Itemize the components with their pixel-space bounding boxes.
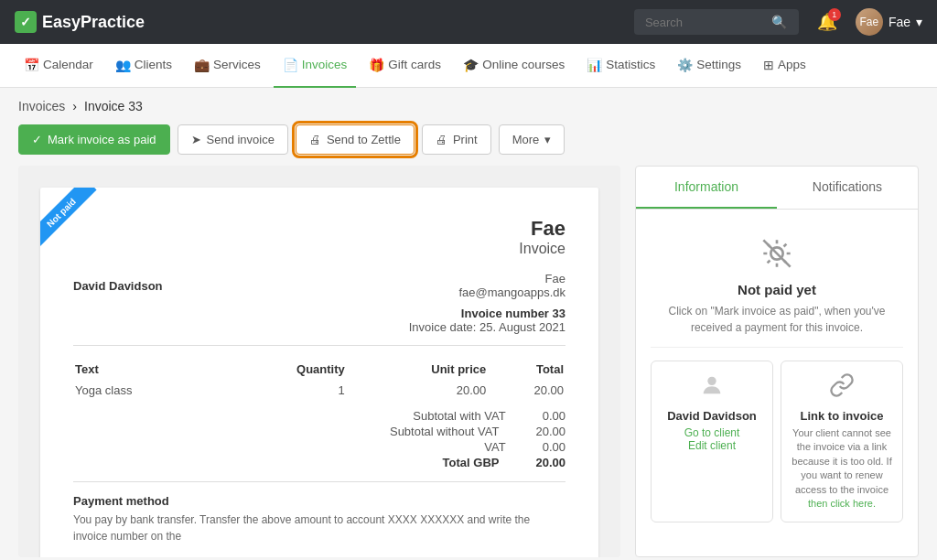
invoice-date-label: Invoice date: 25. August 2021 [409, 320, 565, 334]
col-unit-price: Unit price [347, 359, 486, 380]
calendar-icon: 📅 [24, 58, 39, 72]
invoice-header: Fae Invoice [73, 217, 565, 257]
tab-information[interactable]: Information [636, 167, 777, 209]
clients-icon: 👥 [115, 58, 131, 72]
action-bar: ✓ Mark invoice as paid ➤ Send invoice 🖨 … [0, 124, 937, 166]
invoices-icon: 📄 [283, 58, 298, 72]
nav-calendar-label: Calendar [43, 58, 93, 71]
link-card-icon [791, 372, 893, 404]
more-button[interactable]: More ▾ [499, 124, 565, 155]
logo-check-icon: ✓ [15, 11, 37, 33]
subtotal-vat-value: 0.00 [543, 409, 565, 423]
breadcrumb-parent[interactable]: Invoices [18, 99, 65, 113]
nav-onlinecourses-label: Online courses [482, 58, 565, 71]
sidebar-item-settings[interactable]: ⚙️ Settings [668, 44, 750, 88]
not-paid-section: Not paid yet Click on "Mark invoice as p… [651, 228, 903, 348]
sidebar-item-services[interactable]: 💼 Services [185, 44, 270, 88]
user-menu-button[interactable]: Fae Fae ▾ [856, 8, 922, 36]
invoice-right: Fae Invoice [519, 217, 565, 257]
subtotal-no-vat-value: 20.00 [535, 425, 565, 438]
sidebar-item-giftcards[interactable]: 🎁 Gift cards [360, 44, 450, 88]
onlinecourses-icon: 🎓 [463, 58, 479, 72]
client-card-icon [661, 372, 763, 404]
mark-paid-label: Mark invoice as paid [48, 133, 156, 146]
sidebar-item-onlinecourses[interactable]: 🎓 Online courses [454, 44, 574, 88]
app-logo[interactable]: ✓ EasyPractice [15, 11, 145, 33]
invoice-paper: Not paid Fae Invoice David Davidson Fae [40, 188, 598, 557]
statistics-icon: 📊 [587, 58, 602, 72]
nav-services-label: Services [213, 58, 261, 71]
link-card-desc: Your client cannot see the invoice via a… [791, 426, 893, 511]
invoice-divider-top [73, 345, 565, 346]
tab-notifications[interactable]: Notifications [777, 167, 918, 209]
line-item-quantity: 1 [222, 382, 345, 399]
user-name: Fae [889, 15, 910, 29]
print-label: Print [453, 133, 478, 146]
invoice-meta-company: Fae [409, 272, 565, 285]
total-row: Total GBP 20.00 [73, 455, 565, 470]
sidebar-item-calendar[interactable]: 📅 Calendar [15, 44, 102, 88]
invoice-divider-bottom [73, 481, 565, 482]
giftcards-icon: 🎁 [369, 58, 384, 72]
invoice-title: Invoice [519, 241, 565, 257]
send-icon: ➤ [191, 133, 201, 146]
svg-point-2 [707, 377, 716, 385]
invoice-payment: Payment method You pay by bank transfer.… [73, 493, 565, 544]
send-zettle-label: Send to Zettle [327, 133, 401, 146]
total-label: Total GBP [443, 456, 500, 469]
search-input[interactable] [645, 16, 764, 29]
nav-giftcards-label: Gift cards [388, 58, 441, 71]
nav-settings-label: Settings [696, 58, 741, 71]
subtotal-no-vat-label: Subtotal without VAT [390, 425, 499, 438]
services-icon: 💼 [194, 58, 210, 72]
col-total: Total [488, 359, 564, 380]
client-card: David Davidson Go to client Edit client [651, 361, 773, 522]
secondary-navigation: 📅 Calendar 👥 Clients 💼 Services 📄 Invoic… [0, 44, 937, 88]
breadcrumb: Invoices › Invoice 33 [0, 88, 937, 124]
mark-invoice-paid-button[interactable]: ✓ Mark invoice as paid [18, 124, 170, 155]
checkmark-icon: ✓ [32, 133, 42, 146]
sidebar-item-clients[interactable]: 👥 Clients [106, 44, 181, 88]
breadcrumb-current: Invoice 33 [84, 99, 143, 113]
table-row: Yoga class 1 20.00 20.00 [75, 382, 564, 399]
sidebar-item-apps[interactable]: ⊞ Apps [754, 44, 815, 88]
invoice-table: Text Quantity Unit price Total Yoga clas… [73, 357, 565, 401]
sidebar-item-statistics[interactable]: 📊 Statistics [577, 44, 664, 88]
line-item-unit-price: 20.00 [347, 382, 486, 399]
send-to-zettle-button[interactable]: 🖨 Send to Zettle [296, 124, 415, 155]
link-card-desc-text: Your client cannot see the invoice via a… [792, 427, 891, 495]
more-chevron-icon: ▾ [544, 133, 551, 146]
print-button[interactable]: 🖨 Print [422, 124, 491, 155]
sidebar-item-invoices[interactable]: 📄 Invoices [274, 44, 357, 88]
not-paid-desc: Click on "Mark invoice as paid", when yo… [658, 303, 896, 336]
invoice-client-info: David Davidson [73, 272, 163, 334]
more-label: More [512, 133, 540, 146]
search-bar[interactable]: 🔍 [634, 9, 799, 35]
search-icon: 🔍 [771, 15, 787, 29]
not-paid-ribbon: Not paid [40, 188, 97, 248]
edit-client-link[interactable]: Edit client [661, 439, 763, 452]
link-card-title: Link to invoice [791, 409, 893, 423]
main-content: Not paid Fae Invoice David Davidson Fae [0, 166, 937, 557]
link-card-link[interactable]: then click here. [808, 498, 876, 509]
invoice-client-meta: David Davidson Fae fae@mangoapps.dk Invo… [73, 272, 565, 334]
line-item-total: 20.00 [488, 382, 564, 399]
col-quantity: Quantity [222, 359, 345, 380]
user-chevron-icon: ▾ [916, 15, 922, 29]
nav-apps-label: Apps [778, 58, 806, 71]
vat-row: VAT 0.00 [73, 439, 565, 455]
go-to-client-link[interactable]: Go to client [661, 426, 763, 439]
avatar: Fae [856, 8, 883, 36]
total-value: 20.00 [535, 456, 565, 469]
send-invoice-button[interactable]: ➤ Send invoice [178, 124, 288, 155]
payment-method-desc: You pay by bank transfer. Transfer the a… [73, 512, 565, 544]
not-paid-icon [658, 239, 896, 275]
notifications-button[interactable]: 🔔 1 [817, 12, 837, 32]
send-invoice-label: Send invoice [207, 133, 275, 146]
not-paid-title: Not paid yet [658, 282, 896, 297]
ribbon-container: Not paid [40, 188, 113, 261]
payment-method-title: Payment method [73, 494, 169, 508]
client-card-title: David Davidson [661, 409, 763, 423]
link-to-invoice-card: Link to invoice Your client cannot see t… [781, 361, 903, 522]
nav-statistics-label: Statistics [606, 58, 655, 71]
